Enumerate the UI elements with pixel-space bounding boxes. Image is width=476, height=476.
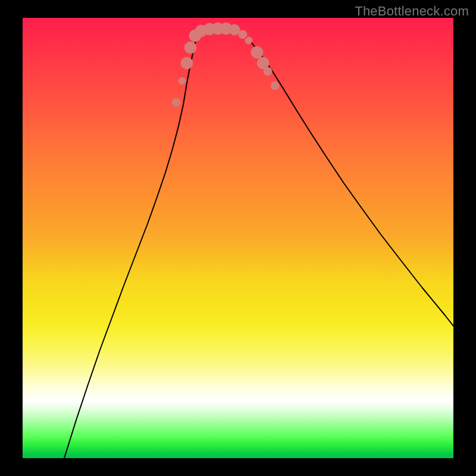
curve-marker (178, 77, 186, 84)
curve-marker (271, 82, 279, 90)
curve-marker (184, 42, 196, 54)
curve-marker (264, 67, 272, 76)
curve-marker (239, 30, 247, 39)
chart-svg (23, 18, 453, 458)
curve-marker (172, 98, 180, 107)
curve-marker (181, 57, 193, 69)
curve-markers (172, 23, 279, 107)
bottleneck-curve (64, 29, 453, 458)
curve-marker (245, 37, 252, 44)
chart-frame: TheBottleneck.com (0, 0, 476, 476)
watermark-text: TheBottleneck.com (355, 4, 469, 19)
curve-marker (229, 24, 240, 35)
curve-marker (251, 46, 263, 58)
plot-area (23, 18, 453, 458)
